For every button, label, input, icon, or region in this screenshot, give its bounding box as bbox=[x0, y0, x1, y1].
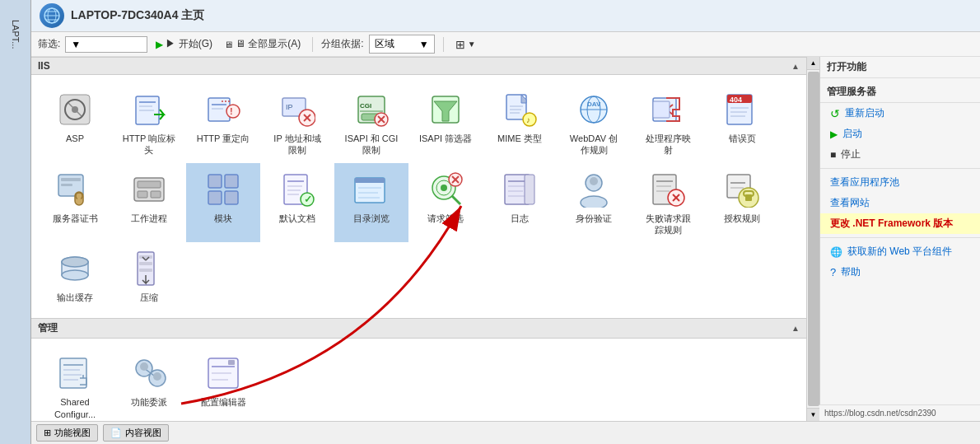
stop-action[interactable]: ■ 停止 bbox=[820, 144, 980, 165]
svg-point-124 bbox=[140, 362, 148, 371]
error-page-icon: 404 bbox=[722, 90, 762, 129]
svg-rect-52 bbox=[61, 178, 81, 181]
isapi-cgi-label: ISAPI 和 CGI限制 bbox=[345, 133, 399, 157]
svg-rect-63 bbox=[208, 191, 222, 204]
compress-icon bbox=[129, 249, 169, 288]
manage-section-header: 管理 ▲ bbox=[31, 318, 806, 339]
http-response-item[interactable]: HTTP 响应标头 bbox=[112, 83, 186, 163]
config-editor-item[interactable]: 配置编辑器 bbox=[186, 347, 260, 421]
server-cert-label: 服务器证书 bbox=[53, 213, 98, 224]
content-view-tab[interactable]: 📄 内容视图 bbox=[103, 424, 169, 442]
http-redirect-icon: ! bbox=[203, 90, 243, 129]
auth-rules-icon bbox=[722, 170, 762, 209]
feature-view-label: 功能视图 bbox=[54, 427, 91, 439]
manage-chevron[interactable]: ▲ bbox=[791, 324, 800, 333]
webdav-label: WebDAV 创作规则 bbox=[570, 133, 618, 157]
request-filter-item[interactable]: 请求筛选 bbox=[408, 163, 483, 243]
toolbar-separator-2 bbox=[443, 37, 444, 52]
svg-rect-115 bbox=[60, 358, 86, 388]
svg-point-110 bbox=[62, 257, 88, 267]
manage-icon-grid: SharedConfigur... bbox=[31, 339, 806, 421]
svg-rect-60 bbox=[151, 191, 161, 198]
iis-chevron[interactable]: ▲ bbox=[791, 62, 800, 71]
auth-item[interactable]: 身份验证 bbox=[557, 163, 631, 243]
view-toggle[interactable]: ⊞ ▼ bbox=[452, 36, 479, 53]
scrollbar[interactable]: ▲ ▼ bbox=[806, 57, 819, 421]
mime-item[interactable]: ♪ MIME 类型 bbox=[483, 83, 557, 163]
svg-rect-56 bbox=[77, 196, 81, 201]
scroll-up[interactable]: ▲ bbox=[807, 57, 820, 70]
webdav-icon: DAV bbox=[574, 90, 614, 129]
title-bar: LAPTOP-7DC340A4 主页 bbox=[31, 0, 980, 32]
view-app-pool-link[interactable]: 查看应用程序池 bbox=[820, 172, 980, 193]
page-title: LAPTOP-7DC340A4 主页 bbox=[71, 8, 204, 23]
http-redirect-item[interactable]: ! HTTP 重定向 bbox=[186, 83, 260, 163]
request-filter-icon bbox=[426, 170, 465, 209]
help-link[interactable]: ? 帮助 bbox=[820, 262, 980, 283]
left-sidebar: LAPT... bbox=[0, 0, 31, 444]
feature-delegate-item[interactable]: 功能委派 bbox=[112, 347, 186, 421]
output-cache-icon bbox=[55, 249, 95, 288]
start-action[interactable]: ▶ 启动 bbox=[820, 124, 980, 144]
sidebar-label: LAPT... bbox=[11, 20, 21, 49]
handler-icon bbox=[648, 90, 688, 129]
group-dropdown[interactable]: 区域 ▼ bbox=[369, 35, 435, 54]
modules-item[interactable]: 模块 bbox=[186, 163, 260, 243]
output-cache-item[interactable]: 输出缓存 bbox=[38, 242, 112, 310]
restart-label: 重新启动 bbox=[845, 106, 884, 120]
webdav-item[interactable]: DAV WebDAV 创作规则 bbox=[557, 83, 631, 163]
dir-browse-item[interactable]: 目录浏览 bbox=[334, 163, 408, 243]
worker-item[interactable]: 工作进程 bbox=[112, 163, 186, 243]
get-web-link[interactable]: 🌐 获取新的 Web 平台组件 bbox=[820, 241, 980, 262]
title-icon bbox=[40, 3, 64, 28]
group-label: 分组依据: bbox=[321, 37, 363, 51]
compress-item[interactable]: 压缩 bbox=[112, 242, 186, 310]
change-net-link[interactable]: 更改 .NET Framework 版本 bbox=[820, 213, 980, 234]
ip-domain-label: IP 地址和域限制 bbox=[273, 133, 320, 157]
failed-req-item[interactable]: 失败请求跟踪规则 bbox=[631, 163, 705, 243]
feature-delegate-label: 功能委派 bbox=[131, 396, 167, 408]
stop-icon: ■ bbox=[830, 149, 836, 161]
server-cert-item[interactable]: 服务器证书 bbox=[38, 163, 112, 243]
filter-dropdown[interactable]: ▼ bbox=[65, 36, 147, 53]
ip-domain-item[interactable]: IP IP 地址和域限制 bbox=[260, 83, 334, 163]
svg-text:DAV: DAV bbox=[587, 100, 601, 108]
isapi-filter-icon bbox=[426, 90, 465, 129]
isapi-cgi-item[interactable]: CGI ISAPI 和 CGI限制 bbox=[334, 83, 408, 163]
globe-icon bbox=[43, 7, 61, 25]
start-button[interactable]: ▶ ▶ 开始(G) bbox=[152, 35, 216, 53]
handler-item[interactable]: 处理程序映射 bbox=[631, 83, 705, 163]
divider-1 bbox=[820, 168, 980, 169]
main-panel[interactable]: IIS ▲ ASP bbox=[31, 57, 806, 421]
svg-text:♪: ♪ bbox=[526, 115, 530, 124]
log-item[interactable]: 日志 bbox=[483, 163, 557, 243]
isapi-filter-item[interactable]: ISAPI 筛选器 bbox=[408, 83, 483, 163]
svg-text:✓: ✓ bbox=[304, 194, 312, 205]
error-page-item[interactable]: 404 错误页 bbox=[705, 83, 779, 163]
restart-action[interactable]: ↺ 重新启动 bbox=[820, 103, 980, 124]
scroll-down[interactable]: ▼ bbox=[807, 408, 820, 421]
log-label: 日志 bbox=[511, 213, 529, 224]
default-doc-icon: ✓ bbox=[278, 170, 317, 209]
svg-point-92 bbox=[581, 196, 607, 208]
http-redirect-label: HTTP 重定向 bbox=[197, 133, 250, 144]
asp-label: ASP bbox=[66, 133, 84, 144]
isapi-filter-label: ISAPI 筛选器 bbox=[419, 133, 472, 144]
auth-rules-item[interactable]: 授权规则 bbox=[705, 163, 779, 243]
svg-point-93 bbox=[590, 177, 598, 185]
stop-label: 停止 bbox=[841, 147, 861, 161]
show-all-button[interactable]: 🖥 🖥 全部显示(A) bbox=[221, 35, 304, 53]
view-site-link[interactable]: 查看网站 bbox=[820, 193, 980, 213]
modules-icon bbox=[203, 170, 243, 209]
iis-section-header: IIS ▲ bbox=[31, 57, 806, 75]
auth-icon bbox=[574, 170, 614, 209]
shared-config-item[interactable]: SharedConfigur... bbox=[38, 347, 112, 421]
svg-rect-64 bbox=[225, 191, 238, 204]
dir-browse-label: 目录浏览 bbox=[353, 213, 390, 224]
svg-text:!: ! bbox=[230, 106, 233, 116]
scroll-thumb[interactable] bbox=[808, 72, 819, 406]
default-doc-item[interactable]: ✓ 默认文档 bbox=[260, 163, 334, 243]
asp-item[interactable]: ASP bbox=[38, 83, 112, 163]
toolbar-separator bbox=[312, 37, 313, 52]
feature-view-tab[interactable]: ⊞ 功能视图 bbox=[36, 424, 98, 442]
